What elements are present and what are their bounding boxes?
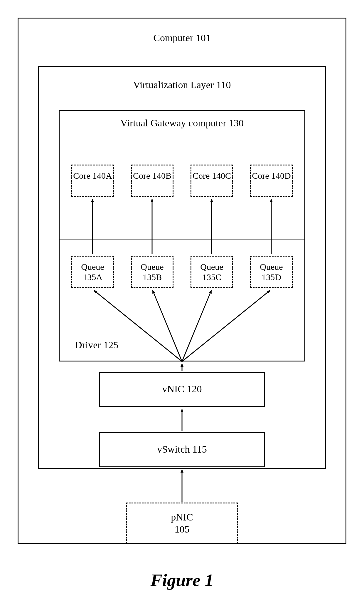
core-box-d: Core 140D [250,165,293,197]
core-box-c: Core 140C [191,165,233,197]
vnic-label: vNIC 120 [99,384,265,395]
queue-label-d: Queue 135D [251,262,292,282]
gateway-divider [59,240,305,240]
queue-label-b: Queue 135B [132,262,173,282]
core-label-d: Core 140D [251,171,292,181]
figure-caption: Figure 1 [0,570,364,590]
queue-label-a: Queue 135A [72,262,113,282]
computer-label: Computer 101 [18,32,346,43]
vswitch-label: vSwitch 115 [99,444,265,455]
core-label-a: Core 140A [72,171,113,181]
queue-box-c: Queue 135C [191,256,233,288]
pnic-label: pNIC 105 [126,511,238,535]
queue-box-a: Queue 135A [71,256,114,288]
core-box-a: Core 140A [71,165,114,197]
gateway-label: Virtual Gateway computer 130 [59,118,305,129]
core-label-c: Core 140C [191,171,232,181]
core-label-b: Core 140B [132,171,173,181]
queue-box-b: Queue 135B [131,256,173,288]
diagram-page: Computer 101 Virtualization Layer 110 Vi… [0,0,364,606]
virtualization-label: Virtualization Layer 110 [38,79,326,91]
queue-box-d: Queue 135D [250,256,293,288]
gateway-box [59,110,305,361]
core-box-b: Core 140B [131,165,173,197]
driver-label: Driver 125 [75,339,134,351]
queue-label-c: Queue 135C [191,262,232,282]
